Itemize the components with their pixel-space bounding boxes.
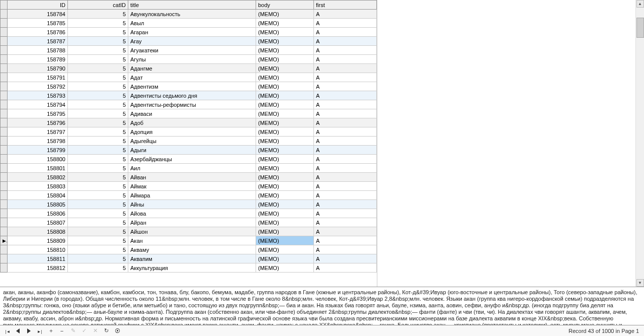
cell-title[interactable]: Адоб — [128, 118, 256, 127]
cell-cat[interactable]: 5 — [68, 146, 128, 155]
row-selector[interactable] — [1, 55, 8, 64]
cell-body[interactable]: (MEMO) — [256, 227, 314, 236]
cell-id[interactable]: 158785 — [8, 19, 68, 28]
row-selector[interactable] — [1, 10, 8, 19]
table-row[interactable]: 1588085Айшон(MEMO)А — [1, 227, 377, 236]
row-selector[interactable] — [1, 118, 8, 127]
cell-id[interactable]: 158808 — [8, 227, 68, 236]
cell-body[interactable]: (MEMO) — [256, 191, 314, 200]
row-selector[interactable] — [1, 73, 8, 82]
row-selector[interactable] — [1, 254, 8, 263]
nav-post-button[interactable]: ✓ — [79, 327, 89, 335]
row-selector[interactable]: ▶ — [1, 236, 8, 245]
cell-title[interactable]: Адвентизм — [128, 82, 256, 91]
cell-first[interactable]: А — [314, 10, 377, 19]
cell-title[interactable]: Аквапим — [128, 254, 256, 263]
cell-title[interactable]: Агулы — [128, 55, 256, 64]
row-selector[interactable] — [1, 109, 8, 118]
cell-id[interactable]: 158791 — [8, 73, 68, 82]
column-header-title[interactable]: title — [128, 1, 256, 10]
cell-first[interactable]: А — [314, 109, 377, 118]
cell-first[interactable]: А — [314, 82, 377, 91]
cell-title[interactable]: Адвентисты седьмого дня — [128, 91, 256, 100]
cell-title[interactable]: Айова — [128, 209, 256, 218]
cell-first[interactable]: А — [314, 46, 377, 55]
table-row[interactable]: 1588035Аймак(MEMO)А — [1, 182, 377, 191]
table-row[interactable]: 1587925Адвентизм(MEMO)А — [1, 82, 377, 91]
row-selector[interactable] — [1, 28, 8, 37]
cell-body[interactable]: (MEMO) — [256, 146, 314, 155]
cell-body[interactable]: (MEMO) — [256, 82, 314, 91]
cell-id[interactable]: 158806 — [8, 209, 68, 218]
cell-body[interactable]: (MEMO) — [256, 200, 314, 209]
row-selector[interactable] — [1, 127, 8, 137]
cell-cat[interactable]: 5 — [68, 245, 128, 254]
table-row[interactable]: 1588075Айран(MEMO)А — [1, 218, 377, 227]
cell-title[interactable]: Акан — [128, 236, 256, 245]
table-row[interactable]: 1587915Адат(MEMO)А — [1, 73, 377, 82]
cell-first[interactable]: А — [314, 64, 377, 73]
cell-cat[interactable]: 5 — [68, 127, 128, 137]
table-row[interactable]: 1588055Айны(MEMO)А — [1, 200, 377, 209]
cell-id[interactable]: 158788 — [8, 46, 68, 55]
cell-title[interactable]: Айран — [128, 218, 256, 227]
cell-first[interactable]: А — [314, 200, 377, 209]
cell-title[interactable]: Айван — [128, 173, 256, 182]
cell-body[interactable]: (MEMO) — [256, 28, 314, 37]
cell-id[interactable]: 158802 — [8, 173, 68, 182]
table-row[interactable]: 1588005Азербайджанцы(MEMO)А — [1, 155, 377, 164]
memo-detail-pane[interactable]: акан, аканы, аканфо (самоназвание), камб… — [0, 287, 644, 325]
cell-body[interactable]: (MEMO) — [256, 46, 314, 55]
table-row[interactable]: 1588065Айова(MEMO)А — [1, 209, 377, 218]
cell-first[interactable]: А — [314, 91, 377, 100]
table-row[interactable]: 1587905Адангме(MEMO)А — [1, 64, 377, 73]
cell-title[interactable]: Аймара — [128, 191, 256, 200]
cell-title[interactable]: Адыгейцы — [128, 137, 256, 146]
cell-body[interactable]: (MEMO) — [256, 109, 314, 118]
nav-delete-button[interactable]: − — [57, 327, 66, 335]
cell-id[interactable]: 158810 — [8, 245, 68, 254]
row-selector[interactable] — [1, 191, 8, 200]
cell-body[interactable]: (MEMO) — [256, 127, 314, 137]
scroll-up-icon[interactable]: ▲ — [636, 0, 644, 8]
column-header-body[interactable]: body — [256, 1, 314, 10]
table-row[interactable]: 1587955Адиваси(MEMO)А — [1, 109, 377, 118]
cell-first[interactable]: А — [314, 146, 377, 155]
table-row[interactable]: 1587995Адыги(MEMO)А — [1, 146, 377, 155]
cell-first[interactable]: А — [314, 209, 377, 218]
cell-cat[interactable]: 5 — [68, 200, 128, 209]
cell-first[interactable]: А — [314, 191, 377, 200]
cell-cat[interactable]: 5 — [68, 263, 128, 273]
row-selector[interactable] — [1, 37, 8, 46]
cell-first[interactable]: А — [314, 127, 377, 137]
cell-body[interactable]: (MEMO) — [256, 245, 314, 254]
nav-refresh-button[interactable]: ↻ — [102, 327, 111, 335]
cell-id[interactable]: 158793 — [8, 91, 68, 100]
cell-id[interactable]: 158804 — [8, 191, 68, 200]
cell-cat[interactable]: 5 — [68, 19, 128, 28]
table-row[interactable]: 1587885Агуакатеки(MEMO)А — [1, 46, 377, 55]
table-row[interactable]: 1587865Агаран(MEMO)А — [1, 28, 377, 37]
cell-body[interactable]: (MEMO) — [256, 218, 314, 227]
cell-title[interactable]: Аймак — [128, 182, 256, 191]
table-row[interactable]: 1587895Агулы(MEMO)А — [1, 55, 377, 64]
nav-next-button[interactable] — [24, 327, 33, 335]
cell-title[interactable]: Аил — [128, 164, 256, 173]
cell-cat[interactable]: 5 — [68, 155, 128, 164]
scroll-down-icon[interactable]: ▼ — [636, 279, 644, 287]
cell-body[interactable]: (MEMO) — [256, 10, 314, 19]
nav-insert-button[interactable]: ＋ — [46, 327, 55, 335]
cell-id[interactable]: 158787 — [8, 37, 68, 46]
cell-cat[interactable]: 5 — [68, 182, 128, 191]
cell-first[interactable]: А — [314, 37, 377, 46]
vertical-scrollbar[interactable]: ▲ ▼ — [635, 0, 644, 287]
cell-cat[interactable]: 5 — [68, 100, 128, 109]
row-selector[interactable] — [1, 146, 8, 155]
cell-cat[interactable]: 5 — [68, 55, 128, 64]
cell-cat[interactable]: 5 — [68, 209, 128, 218]
cell-cat[interactable]: 5 — [68, 118, 128, 127]
table-row[interactable]: 1588025Айван(MEMO)А — [1, 173, 377, 182]
cell-title[interactable]: Агау — [128, 37, 256, 46]
table-row[interactable]: 1588105Акваму(MEMO)А — [1, 245, 377, 254]
cell-id[interactable]: 158807 — [8, 218, 68, 227]
